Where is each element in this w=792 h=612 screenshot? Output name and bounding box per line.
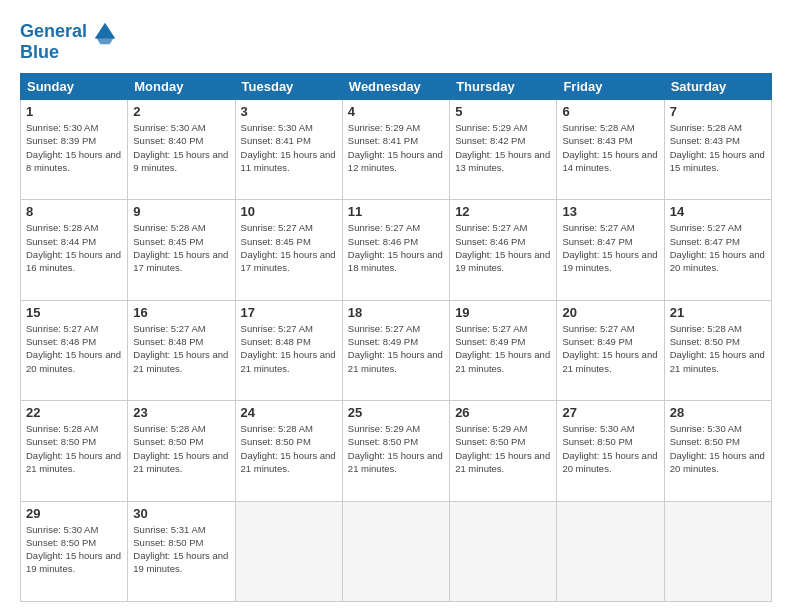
day-info: Sunrise: 5:30 AMSunset: 8:41 PMDaylight:…: [241, 122, 336, 173]
header-cell-tuesday: Tuesday: [235, 74, 342, 100]
calendar-cell: [342, 501, 449, 601]
day-number: 25: [348, 405, 444, 420]
day-number: 17: [241, 305, 337, 320]
day-info: Sunrise: 5:29 AMSunset: 8:41 PMDaylight:…: [348, 122, 443, 173]
day-number: 2: [133, 104, 229, 119]
calendar-week-2: 8Sunrise: 5:28 AMSunset: 8:44 PMDaylight…: [21, 200, 772, 300]
calendar-cell: 9Sunrise: 5:28 AMSunset: 8:45 PMDaylight…: [128, 200, 235, 300]
day-info: Sunrise: 5:27 AMSunset: 8:48 PMDaylight:…: [241, 323, 336, 374]
calendar-cell: [235, 501, 342, 601]
calendar-cell: [450, 501, 557, 601]
calendar-cell: 16Sunrise: 5:27 AMSunset: 8:48 PMDayligh…: [128, 300, 235, 400]
day-info: Sunrise: 5:29 AMSunset: 8:50 PMDaylight:…: [348, 423, 443, 474]
day-number: 11: [348, 204, 444, 219]
day-number: 10: [241, 204, 337, 219]
calendar-cell: 15Sunrise: 5:27 AMSunset: 8:48 PMDayligh…: [21, 300, 128, 400]
calendar-cell: 18Sunrise: 5:27 AMSunset: 8:49 PMDayligh…: [342, 300, 449, 400]
day-number: 5: [455, 104, 551, 119]
day-info: Sunrise: 5:28 AMSunset: 8:43 PMDaylight:…: [562, 122, 657, 173]
calendar-cell: 29Sunrise: 5:30 AMSunset: 8:50 PMDayligh…: [21, 501, 128, 601]
day-number: 1: [26, 104, 122, 119]
calendar-cell: 30Sunrise: 5:31 AMSunset: 8:50 PMDayligh…: [128, 501, 235, 601]
calendar-cell: 20Sunrise: 5:27 AMSunset: 8:49 PMDayligh…: [557, 300, 664, 400]
day-info: Sunrise: 5:30 AMSunset: 8:50 PMDaylight:…: [562, 423, 657, 474]
day-number: 28: [670, 405, 766, 420]
day-info: Sunrise: 5:27 AMSunset: 8:46 PMDaylight:…: [348, 222, 443, 273]
calendar-cell: 25Sunrise: 5:29 AMSunset: 8:50 PMDayligh…: [342, 401, 449, 501]
calendar-cell: 5Sunrise: 5:29 AMSunset: 8:42 PMDaylight…: [450, 100, 557, 200]
header-cell-sunday: Sunday: [21, 74, 128, 100]
day-number: 26: [455, 405, 551, 420]
day-info: Sunrise: 5:28 AMSunset: 8:50 PMDaylight:…: [670, 323, 765, 374]
day-number: 22: [26, 405, 122, 420]
logo: General Blue: [20, 18, 119, 63]
calendar-cell: 14Sunrise: 5:27 AMSunset: 8:47 PMDayligh…: [664, 200, 771, 300]
day-number: 16: [133, 305, 229, 320]
calendar-cell: 12Sunrise: 5:27 AMSunset: 8:46 PMDayligh…: [450, 200, 557, 300]
calendar-cell: 28Sunrise: 5:30 AMSunset: 8:50 PMDayligh…: [664, 401, 771, 501]
day-info: Sunrise: 5:27 AMSunset: 8:47 PMDaylight:…: [670, 222, 765, 273]
calendar-cell: 2Sunrise: 5:30 AMSunset: 8:40 PMDaylight…: [128, 100, 235, 200]
day-number: 6: [562, 104, 658, 119]
calendar-week-3: 15Sunrise: 5:27 AMSunset: 8:48 PMDayligh…: [21, 300, 772, 400]
calendar-body: 1Sunrise: 5:30 AMSunset: 8:39 PMDaylight…: [21, 100, 772, 602]
logo-icon: [91, 18, 119, 46]
day-info: Sunrise: 5:30 AMSunset: 8:50 PMDaylight:…: [26, 524, 121, 575]
day-number: 23: [133, 405, 229, 420]
calendar-week-4: 22Sunrise: 5:28 AMSunset: 8:50 PMDayligh…: [21, 401, 772, 501]
day-info: Sunrise: 5:28 AMSunset: 8:45 PMDaylight:…: [133, 222, 228, 273]
header-cell-friday: Friday: [557, 74, 664, 100]
day-info: Sunrise: 5:28 AMSunset: 8:44 PMDaylight:…: [26, 222, 121, 273]
header-cell-monday: Monday: [128, 74, 235, 100]
header-cell-wednesday: Wednesday: [342, 74, 449, 100]
calendar-cell: 1Sunrise: 5:30 AMSunset: 8:39 PMDaylight…: [21, 100, 128, 200]
day-info: Sunrise: 5:27 AMSunset: 8:49 PMDaylight:…: [455, 323, 550, 374]
calendar-cell: 23Sunrise: 5:28 AMSunset: 8:50 PMDayligh…: [128, 401, 235, 501]
calendar-cell: 24Sunrise: 5:28 AMSunset: 8:50 PMDayligh…: [235, 401, 342, 501]
calendar-cell: [664, 501, 771, 601]
day-info: Sunrise: 5:30 AMSunset: 8:50 PMDaylight:…: [670, 423, 765, 474]
day-info: Sunrise: 5:30 AMSunset: 8:39 PMDaylight:…: [26, 122, 121, 173]
day-info: Sunrise: 5:27 AMSunset: 8:45 PMDaylight:…: [241, 222, 336, 273]
day-number: 21: [670, 305, 766, 320]
calendar-cell: 11Sunrise: 5:27 AMSunset: 8:46 PMDayligh…: [342, 200, 449, 300]
calendar-cell: 27Sunrise: 5:30 AMSunset: 8:50 PMDayligh…: [557, 401, 664, 501]
day-number: 24: [241, 405, 337, 420]
svg-marker-0: [95, 23, 116, 39]
day-info: Sunrise: 5:29 AMSunset: 8:42 PMDaylight:…: [455, 122, 550, 173]
day-info: Sunrise: 5:27 AMSunset: 8:48 PMDaylight:…: [26, 323, 121, 374]
day-number: 12: [455, 204, 551, 219]
header-cell-saturday: Saturday: [664, 74, 771, 100]
calendar-header-row: SundayMondayTuesdayWednesdayThursdayFrid…: [21, 74, 772, 100]
calendar-cell: 13Sunrise: 5:27 AMSunset: 8:47 PMDayligh…: [557, 200, 664, 300]
day-info: Sunrise: 5:28 AMSunset: 8:43 PMDaylight:…: [670, 122, 765, 173]
page: General Blue SundayMondayTuesdayWednesda…: [0, 0, 792, 612]
day-info: Sunrise: 5:27 AMSunset: 8:48 PMDaylight:…: [133, 323, 228, 374]
day-number: 27: [562, 405, 658, 420]
day-info: Sunrise: 5:31 AMSunset: 8:50 PMDaylight:…: [133, 524, 228, 575]
day-number: 3: [241, 104, 337, 119]
day-number: 9: [133, 204, 229, 219]
logo-text: General: [20, 22, 87, 42]
calendar-cell: 22Sunrise: 5:28 AMSunset: 8:50 PMDayligh…: [21, 401, 128, 501]
day-number: 14: [670, 204, 766, 219]
day-number: 15: [26, 305, 122, 320]
header-cell-thursday: Thursday: [450, 74, 557, 100]
day-number: 4: [348, 104, 444, 119]
day-number: 7: [670, 104, 766, 119]
day-info: Sunrise: 5:30 AMSunset: 8:40 PMDaylight:…: [133, 122, 228, 173]
calendar-cell: 26Sunrise: 5:29 AMSunset: 8:50 PMDayligh…: [450, 401, 557, 501]
calendar-cell: 6Sunrise: 5:28 AMSunset: 8:43 PMDaylight…: [557, 100, 664, 200]
day-info: Sunrise: 5:27 AMSunset: 8:46 PMDaylight:…: [455, 222, 550, 273]
calendar-cell: 8Sunrise: 5:28 AMSunset: 8:44 PMDaylight…: [21, 200, 128, 300]
day-info: Sunrise: 5:28 AMSunset: 8:50 PMDaylight:…: [26, 423, 121, 474]
calendar-week-1: 1Sunrise: 5:30 AMSunset: 8:39 PMDaylight…: [21, 100, 772, 200]
calendar-cell: 21Sunrise: 5:28 AMSunset: 8:50 PMDayligh…: [664, 300, 771, 400]
header: General Blue: [20, 18, 772, 63]
day-info: Sunrise: 5:29 AMSunset: 8:50 PMDaylight:…: [455, 423, 550, 474]
calendar-cell: 4Sunrise: 5:29 AMSunset: 8:41 PMDaylight…: [342, 100, 449, 200]
day-info: Sunrise: 5:27 AMSunset: 8:49 PMDaylight:…: [562, 323, 657, 374]
day-info: Sunrise: 5:27 AMSunset: 8:47 PMDaylight:…: [562, 222, 657, 273]
day-number: 19: [455, 305, 551, 320]
calendar-cell: 19Sunrise: 5:27 AMSunset: 8:49 PMDayligh…: [450, 300, 557, 400]
